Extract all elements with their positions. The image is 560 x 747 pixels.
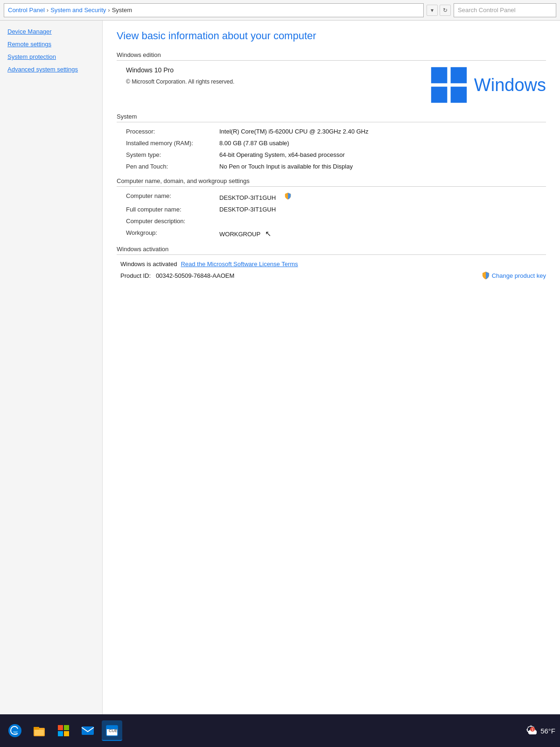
svg-rect-11: [64, 731, 69, 736]
calendar-icon: CUE: [105, 723, 119, 738]
taskbar: CUE 🌥 1 56°F: [0, 714, 560, 747]
sidebar-system-protection[interactable]: System protection: [0, 50, 102, 63]
computer-name-header: Computer name, domain, and workgroup set…: [117, 177, 546, 187]
search-placeholder: Search Control Panel: [458, 7, 516, 14]
refresh-button[interactable]: ↻: [440, 5, 451, 16]
svg-rect-7: [35, 730, 44, 735]
file-explorer-icon: [32, 723, 47, 738]
weather-widget[interactable]: 🌥 1 56°F: [526, 724, 555, 737]
windows-brand-text: Windows: [474, 75, 546, 95]
description-row: Computer description:: [117, 218, 546, 225]
sidebar: Device Manager Remote settings System pr…: [0, 21, 103, 714]
pen-touch-value: No Pen or Touch Input is available for t…: [219, 163, 546, 170]
full-name-label: Full computer name:: [117, 206, 219, 213]
computer-name-section: Computer name, domain, and workgroup set…: [117, 177, 546, 238]
ram-label: Installed memory (RAM):: [117, 140, 219, 147]
full-name-row: Full computer name: DESKTOP-3IT1GUH: [117, 206, 546, 213]
change-key-button[interactable]: Change product key: [482, 271, 546, 280]
search-box[interactable]: Search Control Panel: [454, 3, 556, 17]
edition-copyright: © Microsoft Corporation. All rights rese…: [126, 78, 412, 86]
product-id-text: Product ID: 00342-50509-76848-AAOEM: [120, 272, 234, 279]
activation-status-row: Windows is activated Read the Microsoft …: [117, 261, 546, 268]
workgroup-label: Workgroup:: [117, 229, 219, 236]
address-controls: ▾ ↻: [427, 5, 451, 16]
svg-rect-3: [450, 87, 467, 103]
breadcrumb-sep-1: ›: [47, 7, 49, 14]
windows-logo-icon: [430, 66, 468, 104]
main-content: Device Manager Remote settings System pr…: [0, 21, 560, 714]
content-panel: View basic information about your comput…: [103, 21, 560, 714]
computer-name-value: DESKTOP-3IT1GUH: [219, 192, 546, 201]
sidebar-remote-settings[interactable]: Remote settings: [0, 38, 102, 50]
shield-icon: [284, 192, 292, 200]
computer-name-row: Computer name: DESKTOP-3IT1GUH: [117, 192, 546, 201]
processor-value: Intel(R) Core(TM) i5-6200U CPU @ 2.30GHz…: [219, 128, 546, 135]
pen-touch-label: Pen and Touch:: [117, 163, 219, 170]
activation-section: Windows activation Windows is activated …: [117, 246, 546, 280]
mail-icon: [80, 723, 95, 738]
svg-text:CUE: CUE: [109, 728, 118, 733]
description-label: Computer description:: [117, 218, 219, 225]
breadcrumb-system-security[interactable]: System and Security: [50, 7, 106, 14]
svg-rect-6: [34, 727, 39, 730]
ram-row: Installed memory (RAM): 8.00 GB (7.87 GB…: [117, 140, 546, 147]
temperature-text: 56°F: [540, 727, 555, 735]
store-taskbar-icon[interactable]: [53, 720, 74, 741]
file-explorer-taskbar-icon[interactable]: [29, 720, 49, 741]
dropdown-button[interactable]: ▾: [427, 5, 438, 16]
svg-rect-8: [58, 725, 63, 730]
address-bar: Control Panel › System and Security › Sy…: [0, 0, 560, 21]
license-link[interactable]: Read the Microsoft Software License Term…: [181, 261, 298, 268]
processor-label: Processor:: [117, 128, 219, 135]
shield-change-icon: [482, 271, 490, 280]
svg-rect-2: [431, 87, 448, 103]
edition-text: Windows 10 Pro © Microsoft Corporation. …: [126, 66, 412, 86]
breadcrumb-sep-2: ›: [108, 7, 110, 14]
svg-rect-10: [58, 731, 63, 736]
calendar-taskbar-icon[interactable]: CUE: [102, 720, 122, 741]
edge-taskbar-icon[interactable]: [5, 720, 25, 741]
page-title: View basic information about your comput…: [117, 30, 546, 42]
full-name-value: DESKTOP-3IT1GUH: [219, 206, 546, 213]
activation-header: Windows activation: [117, 246, 546, 255]
svg-rect-1: [450, 67, 467, 84]
system-type-row: System type: 64-bit Operating System, x6…: [117, 151, 546, 158]
system-header: System: [117, 113, 546, 122]
mail-taskbar-icon[interactable]: [77, 720, 98, 741]
store-icon: [56, 723, 71, 738]
svg-rect-12: [82, 726, 94, 735]
system-section: System Processor: Intel(R) Core(TM) i5-6…: [117, 113, 546, 170]
product-id-row: Product ID: 00342-50509-76848-AAOEM Chan…: [117, 271, 546, 280]
cursor-icon: ↖: [265, 230, 271, 238]
workgroup-value: WORKGROUP ↖: [219, 229, 546, 238]
edition-name: Windows 10 Pro: [126, 66, 412, 74]
windows-edition-block: Windows 10 Pro © Microsoft Corporation. …: [117, 66, 546, 104]
breadcrumb[interactable]: Control Panel › System and Security › Sy…: [4, 3, 424, 17]
system-type-value: 64-bit Operating System, x64-based proce…: [219, 151, 546, 158]
breadcrumb-control-panel[interactable]: Control Panel: [8, 7, 45, 14]
edge-icon: [7, 723, 22, 738]
change-settings-link[interactable]: [284, 192, 292, 200]
breadcrumb-system: System: [112, 7, 132, 14]
workgroup-row: Workgroup: WORKGROUP ↖: [117, 229, 546, 238]
svg-rect-9: [64, 725, 69, 730]
ram-value: 8.00 GB (7.87 GB usable): [219, 140, 546, 147]
sidebar-advanced-settings[interactable]: Advanced system settings: [0, 63, 102, 76]
computer-name-label: Computer name:: [117, 192, 219, 199]
system-type-label: System type:: [117, 151, 219, 158]
windows-edition-section: Windows edition Windows 10 Pro © Microso…: [117, 51, 546, 104]
processor-row: Processor: Intel(R) Core(TM) i5-6200U CP…: [117, 128, 546, 135]
activation-status: Windows is activated: [120, 261, 177, 268]
windows-edition-header: Windows edition: [117, 51, 546, 61]
notification-badge: 🌥 1: [526, 724, 538, 737]
sidebar-device-manager[interactable]: Device Manager: [0, 25, 102, 38]
svg-rect-0: [431, 67, 448, 84]
windows-logo-area: Windows: [430, 66, 546, 104]
pen-touch-row: Pen and Touch: No Pen or Touch Input is …: [117, 163, 546, 170]
